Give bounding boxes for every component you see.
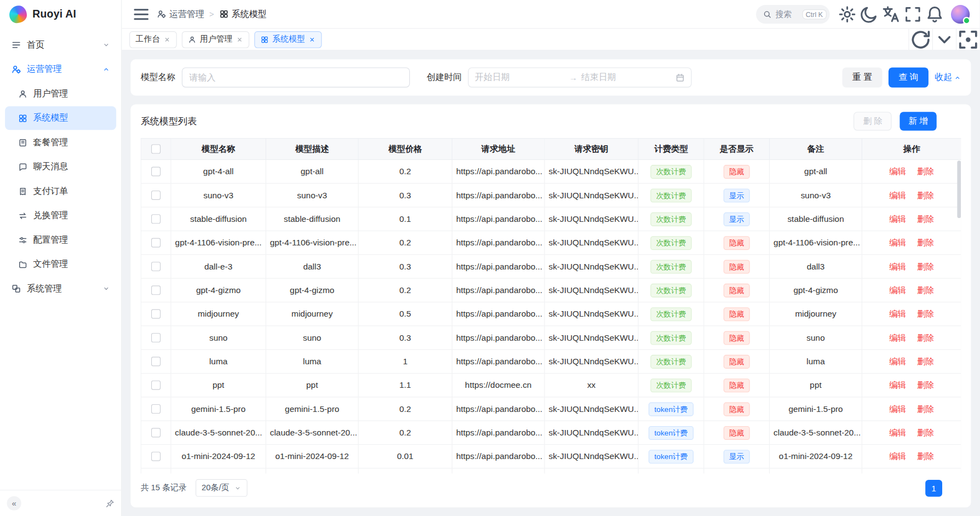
column-header: 请求密钥	[545, 139, 638, 160]
add-button[interactable]: 新 增	[900, 112, 937, 130]
chevron-down-icon	[234, 485, 241, 492]
row-checkbox[interactable]	[151, 428, 161, 438]
sidebar-subitem[interactable]: 兑换管理	[5, 204, 116, 227]
delete-link[interactable]: 删除	[917, 428, 934, 437]
menu-toggle-icon[interactable]	[132, 5, 151, 24]
date-range-picker[interactable]: 开始日期 → 结束日期	[468, 67, 691, 87]
delete-link[interactable]: 删除	[917, 380, 934, 389]
tab[interactable]: 工作台	[129, 31, 177, 48]
sidebar-subitem[interactable]: 文件管理	[5, 253, 116, 276]
edit-link[interactable]: 编辑	[889, 238, 906, 247]
cell-billing-type: token计费	[638, 397, 704, 421]
row-checkbox[interactable]	[151, 167, 161, 176]
visibility-tag: 隐藏	[724, 236, 750, 250]
row-checkbox[interactable]	[151, 215, 161, 224]
cell-remark: gpt-all	[770, 159, 862, 183]
settings-icon[interactable]	[838, 5, 857, 24]
cell-request-url: https://api.pandarobo...	[452, 255, 545, 278]
sidebar-item-operate[interactable]: 运营管理	[5, 58, 116, 81]
cell-actions: 编辑 删除	[862, 184, 961, 207]
cell-visibility: 隐藏	[704, 421, 770, 444]
sidebar-subitem[interactable]: 配置管理	[5, 228, 116, 251]
sidebar-subitem[interactable]: 系统模型	[5, 106, 116, 130]
edit-link[interactable]: 编辑	[889, 332, 906, 342]
row-checkbox[interactable]	[151, 405, 161, 414]
sidebar-collapse-button[interactable]: «	[7, 496, 21, 511]
table-scrollbar[interactable]	[957, 160, 961, 218]
table-actions: 删 除 新 增	[854, 112, 961, 130]
row-checkbox[interactable]	[151, 309, 161, 319]
delete-link[interactable]: 删除	[917, 167, 934, 176]
cell-model-price	[358, 468, 452, 474]
tab[interactable]: 系统模型	[254, 31, 322, 48]
row-checkbox[interactable]	[151, 191, 161, 200]
sidebar-menu: 首页 运营管理 用户管理 系统模型 套餐管理 聊天消息 支付订单 兑换管理	[0, 28, 121, 490]
edit-link[interactable]: 编辑	[889, 285, 906, 295]
edit-link[interactable]: 编辑	[889, 167, 906, 176]
query-button[interactable]: 查 询	[889, 67, 929, 87]
cell-request-key: sk-JIUQLNndqSeKWU...	[545, 159, 638, 183]
row-checkbox[interactable]	[151, 357, 161, 366]
page-size-select[interactable]: 20条/页	[196, 479, 248, 497]
fullscreen-icon[interactable]	[903, 5, 922, 24]
edit-link[interactable]: 编辑	[889, 451, 906, 461]
cell-actions: 编辑 删除	[862, 326, 961, 349]
model-name-input[interactable]	[182, 67, 410, 87]
cell-model-price: 0.2	[358, 421, 452, 444]
breadcrumb-item-current[interactable]: 系统模型	[219, 8, 267, 20]
sidebar-subitem[interactable]: 套餐管理	[5, 130, 116, 154]
edit-link[interactable]: 编辑	[889, 190, 906, 199]
dark-mode-icon[interactable]	[859, 5, 878, 24]
row-checkbox[interactable]	[151, 452, 161, 461]
sidebar-item-home[interactable]: 首页	[5, 33, 116, 56]
delete-link[interactable]: 删除	[917, 238, 934, 247]
tab[interactable]: 用户管理	[182, 31, 249, 48]
edit-link[interactable]: 编辑	[889, 214, 906, 223]
edit-link[interactable]: 编辑	[889, 380, 906, 389]
breadcrumb-item[interactable]: 运营管理	[157, 8, 204, 20]
tabs-menu-icon[interactable]	[932, 28, 956, 50]
tabs-refresh-icon[interactable]	[908, 28, 932, 50]
page-1-button[interactable]: 1	[925, 479, 942, 496]
language-icon[interactable]	[881, 5, 900, 24]
sidebar-subitem[interactable]: 支付订单	[5, 179, 116, 203]
reset-button[interactable]: 重 置	[843, 67, 882, 87]
row-checkbox[interactable]	[151, 333, 161, 342]
row-checkbox[interactable]	[151, 238, 161, 248]
content-fullscreen-icon[interactable]	[956, 28, 979, 50]
sidebar-subitem[interactable]: 聊天消息	[5, 155, 116, 179]
tab-close-icon[interactable]	[236, 36, 243, 43]
delete-button[interactable]: 删 除	[854, 112, 892, 130]
edit-link[interactable]: 编辑	[889, 357, 906, 366]
sidebar-item-system[interactable]: 系统管理	[5, 277, 116, 300]
delete-link[interactable]: 删除	[917, 357, 934, 366]
global-search[interactable]: 搜索 Ctrl K	[756, 5, 830, 24]
delete-link[interactable]: 删除	[917, 451, 934, 461]
app-logo[interactable]: Ruoyi AI	[0, 0, 121, 28]
delete-link[interactable]: 删除	[917, 214, 934, 223]
select-all-checkbox[interactable]	[151, 145, 161, 154]
row-checkbox[interactable]	[151, 381, 161, 390]
tab-close-icon[interactable]	[164, 36, 171, 43]
chat-icon	[18, 162, 27, 171]
tab-close-icon[interactable]	[308, 36, 316, 43]
cell-request-key: sk-JIUQLNndqSeKWU...	[545, 421, 638, 444]
notifications-icon[interactable]	[925, 5, 944, 24]
row-checkbox[interactable]	[151, 262, 161, 271]
delete-link[interactable]: 删除	[917, 285, 934, 295]
row-checkbox[interactable]	[151, 286, 161, 295]
delete-link[interactable]: 删除	[917, 404, 934, 413]
delete-link[interactable]: 删除	[917, 190, 934, 199]
edit-link[interactable]: 编辑	[889, 428, 906, 437]
table-row: suno-v3 suno-v3 0.3 https://api.pandarob…	[141, 184, 961, 207]
edit-link[interactable]: 编辑	[889, 261, 906, 271]
pin-icon[interactable]	[106, 499, 114, 508]
delete-link[interactable]: 删除	[917, 309, 934, 318]
delete-link[interactable]: 删除	[917, 261, 934, 271]
collapse-filter-link[interactable]: 收起	[935, 72, 961, 83]
delete-link[interactable]: 删除	[917, 332, 934, 342]
edit-link[interactable]: 编辑	[889, 404, 906, 413]
user-avatar[interactable]	[951, 5, 970, 24]
edit-link[interactable]: 编辑	[889, 309, 906, 318]
sidebar-subitem[interactable]: 用户管理	[5, 82, 116, 105]
